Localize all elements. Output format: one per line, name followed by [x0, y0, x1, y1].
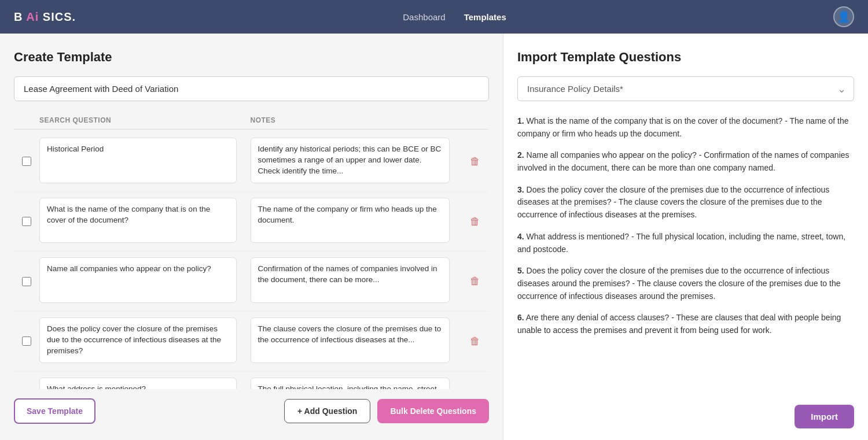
import-select-wrapper: Insurance Policy Details* Lease Agreemen… [517, 76, 854, 101]
center-actions: + Add Question Bulk Delete Questions [284, 399, 489, 423]
header-question-col: SEARCH QUESTION [39, 116, 251, 124]
table-row: Historical Period Identify any historica… [14, 132, 489, 192]
table-row: Name all companies who appear on the pol… [14, 252, 489, 312]
row-checkbox-input-0[interactable] [22, 157, 31, 166]
table-row: What is the name of the company that is … [14, 192, 489, 252]
row-checkbox-1 [14, 217, 39, 226]
question-num-5: 5. [517, 266, 524, 275]
notes-input-1[interactable]: The name of the company or firm who head… [251, 198, 450, 243]
notes-input-3[interactable]: The clause covers the closure of the pre… [251, 317, 450, 363]
table-row: What address is mentioned? The full phys… [14, 372, 489, 389]
bottom-actions: Save Template + Add Question Bulk Delete… [14, 398, 489, 424]
question-num-3: 3. [517, 185, 524, 194]
question-input-1[interactable]: What is the name of the company that is … [39, 198, 237, 243]
question-input-2[interactable]: Name all companies who appear on the pol… [39, 257, 237, 303]
question-num-4: 4. [517, 232, 524, 241]
delete-button-0[interactable]: 🗑 [468, 153, 483, 170]
question-num-2: 2. [517, 150, 524, 160]
template-name-input[interactable] [14, 76, 489, 101]
row-checkbox-3 [14, 337, 39, 346]
header-notes-col: NOTES [251, 116, 462, 124]
row-delete-0: 🗑 [461, 153, 489, 170]
question-num-6: 6. [517, 313, 524, 322]
header-checkbox-col [14, 116, 39, 124]
delete-button-2[interactable]: 🗑 [468, 273, 483, 290]
row-delete-2: 🗑 [461, 273, 489, 290]
add-question-button[interactable]: + Add Question [284, 399, 370, 423]
main-layout: Create Template SEARCH QUESTION NOTES Hi… [0, 34, 868, 440]
nav-templates[interactable]: Templates [464, 12, 506, 22]
question-item-1: 1. What is the name of the company that … [517, 115, 854, 140]
import-template-panel: Import Template Questions Insurance Poli… [503, 34, 868, 440]
main-nav: Dashboard Templates [403, 12, 506, 22]
row-checkbox-input-3[interactable] [22, 337, 31, 346]
header-action-col [461, 116, 489, 124]
row-checkbox-input-2[interactable] [22, 277, 31, 286]
question-list: 1. What is the name of the company that … [517, 115, 854, 337]
import-title: Import Template Questions [517, 50, 854, 65]
row-delete-1: 🗑 [461, 213, 489, 230]
question-item-2: 2. Name all companies who appear on the … [517, 149, 854, 174]
import-select[interactable]: Insurance Policy Details* Lease Agreemen… [517, 76, 854, 101]
table-header: SEARCH QUESTION NOTES [14, 112, 489, 130]
question-input-0[interactable]: Historical Period [39, 138, 237, 183]
table-row: Does the policy cover the closure of the… [14, 312, 489, 372]
delete-button-3[interactable]: 🗑 [468, 333, 483, 350]
bulk-delete-button[interactable]: Bulk Delete Questions [377, 399, 489, 423]
logo-highlight: Ai [26, 10, 39, 23]
question-num-1: 1. [517, 116, 524, 125]
questions-table: SEARCH QUESTION NOTES Historical Period … [14, 112, 489, 389]
question-input-3[interactable]: Does the policy cover the closure of the… [39, 317, 237, 363]
question-item-6: 6. Are there any denial of access clause… [517, 312, 854, 337]
import-button[interactable]: Import [795, 405, 854, 428]
rows-container: Historical Period Identify any historica… [14, 132, 489, 389]
question-item-4: 4. What address is mentioned? - The full… [517, 231, 854, 256]
row-checkbox-2 [14, 277, 39, 286]
create-template-panel: Create Template SEARCH QUESTION NOTES Hi… [0, 34, 503, 440]
question-item-5: 5. Does the policy cover the closure of … [517, 265, 854, 302]
row-checkbox-0 [14, 157, 39, 166]
avatar-icon: 👤 [837, 10, 850, 23]
question-input-4[interactable]: What address is mentioned? [39, 378, 237, 389]
question-item-3: 3. Does the policy cover the closure of … [517, 184, 854, 221]
save-template-button[interactable]: Save Template [14, 398, 95, 424]
row-checkbox-input-1[interactable] [22, 217, 31, 226]
notes-input-0[interactable]: Identify any historical periods; this ca… [251, 138, 450, 183]
nav-dashboard[interactable]: Dashboard [403, 12, 445, 22]
row-delete-3: 🗑 [461, 333, 489, 350]
avatar[interactable]: 👤 [833, 6, 854, 27]
app-logo: B Ai SICS. [14, 10, 76, 24]
notes-input-4[interactable]: The full physical location, including th… [251, 378, 450, 389]
page-title: Create Template [14, 50, 489, 65]
app-header: B Ai SICS. Dashboard Templates 👤 [0, 0, 868, 34]
delete-button-1[interactable]: 🗑 [468, 213, 483, 230]
notes-input-2[interactable]: Confirmation of the names of companies i… [251, 257, 450, 303]
